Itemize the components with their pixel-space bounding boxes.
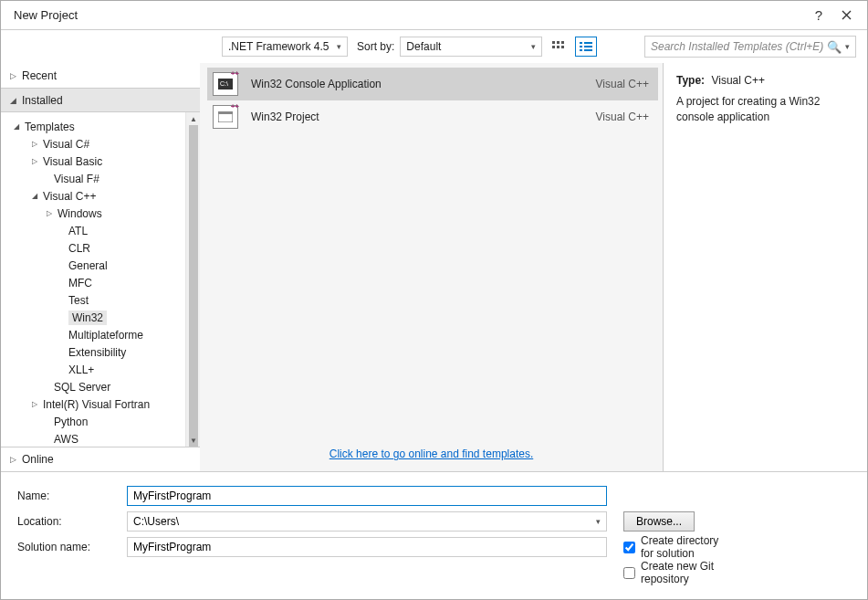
template-list: C:\Win32 Console ApplicationVisual C++Wi… <box>200 63 663 133</box>
sortby-label: Sort by: <box>357 40 394 53</box>
template-lang: Visual C++ <box>596 111 649 123</box>
svg-rect-0 <box>552 41 555 44</box>
location-input[interactable] <box>128 515 591 528</box>
nav-online-label: Online <box>22 453 54 466</box>
solution-name-input[interactable] <box>127 537 607 557</box>
svg-rect-10 <box>580 49 582 51</box>
solution-name-label: Solution name: <box>17 541 127 553</box>
create-directory-checkbox-label[interactable]: Create directory for solution <box>623 534 733 560</box>
svg-rect-2 <box>561 41 564 44</box>
scroll-up-icon[interactable]: ▲ <box>186 112 200 125</box>
online-templates-link[interactable]: Click here to go online and find templat… <box>329 447 533 460</box>
close-button[interactable] <box>832 5 860 26</box>
tree-node[interactable]: Win32 <box>1 309 185 326</box>
tree-node[interactable]: Test <box>1 291 185 309</box>
tree-node-label: Win32 <box>68 311 107 325</box>
tree-node[interactable]: ▷Visual C# <box>1 135 185 153</box>
create-git-checkbox[interactable] <box>623 567 635 579</box>
tree-node[interactable]: Extensibility <box>1 343 185 361</box>
tree-node[interactable]: CLR <box>1 239 185 257</box>
template-icon <box>213 105 238 129</box>
tree-node[interactable]: ATL <box>1 222 185 239</box>
tree-node[interactable]: Multiplateforme <box>1 326 185 343</box>
template-lang: Visual C++ <box>596 78 649 90</box>
sortby-select[interactable]: Default ▾ <box>400 37 542 57</box>
search-input[interactable] <box>651 40 827 53</box>
nav-recent-label: Recent <box>22 69 57 82</box>
framework-value: .NET Framework 4.5 <box>228 40 329 53</box>
nav-online[interactable]: ▷ Online <box>1 447 200 471</box>
create-directory-checkbox[interactable] <box>623 542 635 553</box>
tree-node-label: CLR <box>68 242 90 255</box>
chevron-down-icon: ◢ <box>14 122 25 131</box>
window-title: New Project <box>14 8 805 22</box>
create-git-text: Create new Git repository <box>641 560 733 585</box>
tree-node-label: Extensibility <box>68 346 126 359</box>
template-name: Win32 Project <box>251 111 596 123</box>
create-directory-text: Create directory for solution <box>641 534 733 560</box>
online-templates-link-wrapper: Click here to go online and find templat… <box>200 438 663 471</box>
view-list-button[interactable] <box>575 37 597 57</box>
project-name-input[interactable] <box>127 486 607 506</box>
svg-rect-7 <box>584 42 592 44</box>
tree-node-label: ATL <box>68 225 88 237</box>
nav-installed[interactable]: ◢ Installed <box>1 88 200 112</box>
browse-button[interactable]: Browse... <box>623 511 695 532</box>
scroll-down-icon[interactable]: ▼ <box>186 434 200 447</box>
template-item[interactable]: Win32 ProjectVisual C++ <box>207 100 658 133</box>
tree-node-label: SQL Server <box>54 381 110 394</box>
create-git-checkbox-label[interactable]: Create new Git repository <box>623 560 733 585</box>
tree-node[interactable]: MFC <box>1 274 185 291</box>
name-label: Name: <box>17 489 127 502</box>
tree-node-label: Visual C# <box>43 138 89 151</box>
scroll-thumb[interactable] <box>189 125 198 447</box>
tree-expand-icon: ◢ <box>32 192 43 200</box>
tree-node[interactable]: ◢Visual C++ <box>1 187 185 205</box>
chevron-down-icon: ▾ <box>845 42 850 51</box>
tree-expand-icon: ▷ <box>32 140 43 148</box>
svg-rect-6 <box>580 42 582 44</box>
svg-rect-1 <box>557 41 559 44</box>
location-label: Location: <box>17 515 127 528</box>
details-type-value: Visual C++ <box>711 74 764 87</box>
view-grid-button[interactable] <box>548 37 570 57</box>
framework-select[interactable]: .NET Framework 4.5 ▾ <box>222 37 348 57</box>
tree-node-label: Visual F# <box>54 173 99 185</box>
tree-node-label: XLL+ <box>68 363 94 376</box>
details-description: A project for creating a Win32 console a… <box>676 94 854 125</box>
tree-node[interactable]: ▷Intel(R) Visual Fortran <box>1 395 185 413</box>
tree-node[interactable]: AWS <box>1 430 185 447</box>
chevron-down-icon: ▾ <box>337 42 341 51</box>
help-button[interactable]: ? <box>805 5 832 26</box>
svg-rect-9 <box>584 46 592 47</box>
tree-expand-icon: ▷ <box>32 157 43 165</box>
template-item[interactable]: C:\Win32 Console ApplicationVisual C++ <box>207 68 658 100</box>
chevron-down-icon: ▾ <box>591 517 606 526</box>
tree-node-label: Visual Basic <box>43 155 102 168</box>
nav-recent[interactable]: ▷ Recent <box>1 63 200 88</box>
search-input-wrapper[interactable]: 🔍 ▾ <box>644 36 856 58</box>
tree-node[interactable]: SQL Server <box>1 378 185 395</box>
tree-node-label: Test <box>68 294 89 307</box>
tree-node-label: Multiplateforme <box>68 329 143 342</box>
tree-node[interactable]: General <box>1 257 185 274</box>
tree-scrollbar[interactable]: ▲ ▼ <box>185 112 200 447</box>
tree-node[interactable]: ▷Visual Basic <box>1 153 185 170</box>
svg-text:C:\: C:\ <box>220 80 228 87</box>
tree-node[interactable]: XLL+ <box>1 361 185 378</box>
tree-node-label: AWS <box>54 433 78 446</box>
tree-node[interactable]: Visual F# <box>1 170 185 187</box>
template-name: Win32 Console Application <box>251 78 596 90</box>
tree-node-label: Python <box>54 416 88 428</box>
tree-node[interactable]: Python <box>1 413 185 430</box>
tree-root-templates[interactable]: ◢ Templates <box>1 118 185 135</box>
location-combo[interactable]: ▾ <box>127 511 607 532</box>
tree-expand-icon: ▷ <box>32 400 43 408</box>
tree-node[interactable]: ▷Windows <box>1 205 185 222</box>
template-tree: ◢ Templates ▷Visual C#▷Visual BasicVisua… <box>1 112 185 447</box>
chevron-right-icon: ▷ <box>10 71 16 80</box>
nav-installed-label: Installed <box>22 94 63 107</box>
tree-node-label: General <box>68 259 108 272</box>
chevron-down-icon: ▾ <box>531 42 536 51</box>
tree-node-label: MFC <box>68 277 92 289</box>
